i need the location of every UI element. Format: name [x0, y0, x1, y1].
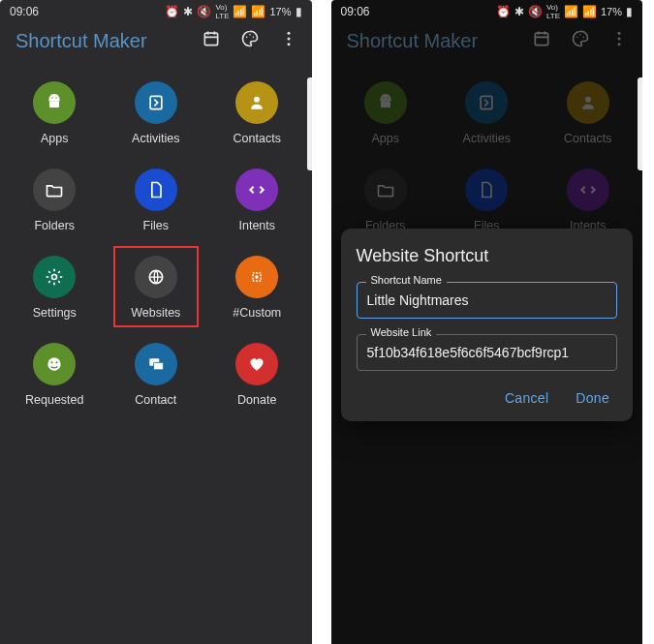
grid-item-folders[interactable]: Folders: [4, 169, 106, 232]
grid-item-activities: Activities: [436, 81, 538, 145]
grid-item-activities[interactable]: Activities: [106, 81, 207, 145]
palette-icon[interactable]: [240, 29, 260, 52]
grid-item-files[interactable]: Files: [106, 169, 207, 232]
android-icon: [33, 81, 76, 124]
app-title: Shortcut Maker: [347, 30, 479, 52]
app-bar: Shortcut Maker: [331, 21, 643, 68]
scroll-indicator: [307, 77, 312, 170]
status-icons: ⏰✱🔇Vo)LTE📶📶 17%▮: [165, 3, 301, 20]
scroll-indicator: [638, 77, 642, 170]
clock: 09:06: [341, 5, 370, 18]
more-icon[interactable]: [279, 29, 298, 52]
gear-icon: [33, 256, 76, 298]
grid-item-label: Contacts: [234, 132, 281, 145]
grid-item-custom[interactable]: #Custom: [206, 256, 308, 320]
code-icon: [567, 169, 609, 211]
website-link-input[interactable]: 5f10b34f618e5f6c6f5467bcf9rcp1: [357, 334, 618, 371]
grid-item-label: Intents: [238, 219, 275, 232]
battery-percent: 17%: [601, 6, 622, 17]
shortcut-grid: AppsActivitiesContactsFoldersFilesIntent…: [331, 68, 643, 232]
done-button[interactable]: Done: [576, 390, 609, 406]
grid-item-label: Activities: [132, 132, 179, 145]
file-icon: [465, 169, 508, 211]
cancel-button[interactable]: Cancel: [505, 390, 548, 406]
grid-item-apps[interactable]: Apps: [4, 81, 106, 145]
status-bar: 09:06 ⏰✱🔇Vo)LTE📶📶 17%▮: [0, 0, 312, 21]
grid-item-donate[interactable]: Donate: [206, 343, 308, 407]
grid-item-label: Contact: [135, 393, 176, 407]
app-bar: Shortcut Maker: [0, 21, 312, 68]
grid-item-settings[interactable]: Settings: [4, 256, 106, 320]
website-shortcut-dialog: Website Shortcut Shortcut Name Little Ni…: [341, 229, 634, 421]
battery-percent: 17%: [269, 6, 291, 17]
grid-item-intents: Intents: [538, 169, 639, 232]
contacts-icon: [567, 81, 609, 124]
grid-item-label: Donate: [237, 393, 276, 407]
shortcut-name-field[interactable]: Shortcut Name Little Nightmares: [357, 282, 618, 319]
grid-item-label: Settings: [33, 306, 77, 320]
grid-item-intents[interactable]: Intents: [206, 169, 308, 232]
code-icon: [235, 169, 278, 211]
status-bar: 09:06 ⏰✱🔇Vo)LTE📶📶 17%▮: [331, 0, 643, 21]
shortcut-name-input[interactable]: Little Nightmares: [357, 282, 618, 319]
grid-item-label: Apps: [41, 132, 69, 145]
grid-item-label: Files: [143, 219, 169, 232]
grid-item-label: #Custom: [233, 306, 281, 320]
grid-item-apps: Apps: [335, 81, 437, 145]
screenshot-right: 09:06 ⏰✱🔇Vo)LTE📶📶 17%▮ Shortcut Maker Ap…: [331, 0, 643, 644]
grid-item-contacts[interactable]: Contacts: [206, 81, 308, 145]
custom-icon: [235, 256, 278, 298]
grid-item-label: Apps: [372, 132, 400, 145]
field-legend: Website Link: [366, 326, 437, 338]
grid-item-contact[interactable]: Contact: [106, 343, 207, 407]
grid-item-folders: Folders: [335, 169, 437, 232]
website-link-field[interactable]: Website Link 5f10b34f618e5f6c6f5467bcf9r…: [357, 334, 618, 371]
field-legend: Shortcut Name: [366, 274, 447, 286]
heart-icon: [235, 343, 278, 385]
folder-icon: [364, 169, 407, 211]
dialog-title: Website Shortcut: [357, 246, 618, 266]
status-icons: ⏰✱🔇Vo)LTE📶📶 17%▮: [496, 3, 633, 20]
chat-icon: [135, 343, 177, 385]
requested-icon: [33, 343, 76, 385]
activity-icon: [465, 81, 508, 124]
calendar-icon[interactable]: [532, 29, 551, 52]
calendar-icon[interactable]: [202, 29, 221, 52]
grid-item-contacts: Contacts: [538, 81, 639, 145]
clock: 09:06: [10, 5, 39, 18]
grid-item-requested[interactable]: Requested: [4, 343, 106, 407]
contacts-icon: [235, 81, 278, 124]
palette-icon[interactable]: [571, 29, 590, 52]
screenshot-left: 09:06 ⏰✱🔇Vo)LTE📶📶 17%▮ Shortcut Maker Ap…: [0, 0, 312, 644]
android-icon: [364, 81, 407, 124]
grid-item-files: Files: [436, 169, 538, 232]
shortcut-grid: AppsActivitiesContactsFoldersFilesIntent…: [0, 68, 312, 407]
selection-highlight: [113, 246, 200, 327]
grid-item-label: Requested: [25, 393, 83, 407]
grid-item-websites[interactable]: Websites: [106, 256, 207, 320]
more-icon[interactable]: [609, 29, 629, 52]
grid-item-label: Folders: [34, 219, 75, 232]
grid-item-label: Activities: [463, 132, 511, 145]
grid-item-label: Contacts: [564, 132, 611, 145]
activity-icon: [135, 81, 177, 124]
folder-icon: [33, 169, 76, 211]
app-title: Shortcut Maker: [16, 30, 147, 52]
file-icon: [135, 169, 177, 211]
